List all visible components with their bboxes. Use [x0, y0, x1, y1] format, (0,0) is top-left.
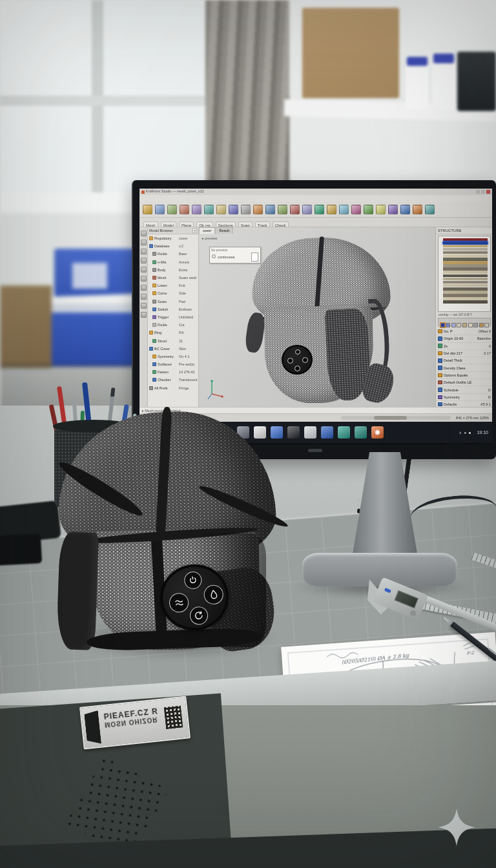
tool-icon[interactable]: [141, 285, 147, 291]
property-row[interactable]: No. P Offset 0: [436, 328, 492, 335]
color-swatch[interactable]: [457, 323, 461, 327]
taskbar-app-icon[interactable]: [304, 426, 316, 439]
toolbar-chip[interactable]: Qk ms: [196, 222, 212, 227]
toolbar-button[interactable]: [241, 205, 251, 214]
material-stripe[interactable]: [443, 297, 488, 300]
property-row[interactable]: Del dist 217 0.17: [436, 350, 492, 357]
toolbar-button[interactable]: [315, 205, 324, 214]
toolbar-button[interactable]: [278, 205, 287, 214]
tree-row[interactable]: Fasten 14 276.42: [148, 368, 198, 376]
material-stripe[interactable]: [443, 245, 488, 248]
material-stripe[interactable]: [443, 274, 488, 278]
material-stripe[interactable]: [443, 258, 488, 261]
tree-row[interactable]: Checker Translucent: [148, 376, 198, 384]
tree-row[interactable]: Seam Pad: [148, 298, 198, 305]
tree-row[interactable]: Symmetry On 4.1: [148, 353, 198, 360]
toolbar-button[interactable]: [290, 205, 300, 214]
toolbar-button[interactable]: [192, 205, 202, 214]
tree-row[interactable]: Mesh Seam weld: [148, 274, 198, 282]
cad-titlebar[interactable]: KnitForm Studio — mesh_cover_v12: [140, 189, 492, 195]
material-stripe[interactable]: [443, 261, 488, 264]
taskbar-app-icon[interactable]: [355, 426, 367, 439]
color-swatch[interactable]: [440, 323, 445, 327]
color-swatch[interactable]: [468, 323, 473, 327]
toolbar-button[interactable]: [216, 205, 226, 214]
tree-dropdown[interactable]: ▾: [192, 228, 197, 233]
tool-icon[interactable]: [141, 294, 147, 300]
toolbar-chip[interactable]: Snap: [238, 222, 253, 227]
material-stripe[interactable]: [443, 254, 488, 258]
tool-icon[interactable]: [141, 303, 147, 309]
property-row[interactable]: Options Equals: [436, 372, 492, 379]
taskbar-app-icon[interactable]: [321, 426, 333, 439]
toolbar-button[interactable]: [204, 205, 214, 214]
material-stripe[interactable]: [443, 300, 488, 304]
property-row[interactable]: Schedule D: [436, 386, 492, 393]
tree-row[interactable]: Fields Cut: [148, 321, 198, 329]
tray-icons[interactable]: ∧ ● ■: [459, 430, 471, 435]
toolbar-button[interactable]: [413, 205, 422, 214]
minimize-button[interactable]: [476, 190, 480, 194]
property-row[interactable]: Origin 10-60 Baseline: [436, 335, 492, 342]
toolbar-chip[interactable]: Sections: [216, 222, 236, 227]
material-stripe[interactable]: [443, 267, 488, 271]
tree-row[interactable]: Trigger Unfolded: [148, 313, 198, 321]
doc-tab-active[interactable]: cover: [199, 227, 215, 234]
viewport[interactable]: cover Result ▸ preview No preview contin…: [199, 227, 435, 407]
material-stripe[interactable]: [443, 242, 488, 245]
taskbar-app-icon[interactable]: [287, 426, 300, 439]
material-stripe[interactable]: [443, 251, 488, 254]
tree-row[interactable]: e-Mis Armek: [148, 258, 198, 266]
tree-row[interactable]: Ring Fill: [148, 329, 198, 336]
property-row[interactable]: Defaults A5 9.1: [436, 401, 492, 407]
tool-icon[interactable]: [141, 276, 147, 282]
material-stripe[interactable]: [443, 271, 488, 274]
close-button[interactable]: [486, 190, 490, 194]
toolbar-button[interactable]: [351, 205, 361, 214]
tree-row[interactable]: Regulatory cover: [148, 234, 198, 242]
tree-row[interactable]: Switch Emboss: [148, 305, 198, 313]
material-stripe[interactable]: [443, 284, 488, 287]
material-stripe[interactable]: [443, 238, 488, 242]
toolbar-chip[interactable]: Check: [273, 222, 289, 227]
toolbar-button[interactable]: [265, 205, 275, 214]
color-swatch[interactable]: [484, 323, 489, 327]
material-stripe[interactable]: [443, 281, 488, 284]
tool-icon[interactable]: [141, 258, 147, 264]
property-row[interactable]: Symmetry D: [436, 394, 492, 401]
taskbar-app-icon[interactable]: [338, 426, 350, 439]
color-swatch[interactable]: [473, 323, 478, 327]
material-stripe[interactable]: [443, 294, 488, 297]
taskbar-clock[interactable]: 19:10: [477, 430, 488, 435]
toolbar-button[interactable]: [400, 205, 410, 214]
toolbar-button[interactable]: [425, 205, 435, 214]
tree-row[interactable]: All Prefs Fringe: [148, 384, 198, 392]
toolbar-button[interactable]: [339, 205, 349, 214]
toolbar-button[interactable]: [167, 205, 177, 214]
tool-icon[interactable]: [141, 267, 147, 273]
toolbar-chip[interactable]: Mesh: [143, 222, 158, 227]
toolbar-button[interactable]: [143, 205, 152, 214]
material-stripe[interactable]: [443, 291, 488, 294]
tree-row[interactable]: BC Cover Skin: [148, 345, 198, 353]
tool-icon[interactable]: [141, 249, 147, 254]
color-swatch[interactable]: [451, 323, 456, 327]
toolbar-button[interactable]: [155, 205, 165, 214]
tree-row[interactable]: Surfaces Pre-set(s): [148, 360, 198, 368]
material-stripe[interactable]: [443, 287, 488, 291]
tree-row[interactable]: Database v.2: [148, 242, 198, 250]
toolbar-button[interactable]: [229, 205, 238, 214]
color-swatch[interactable]: [446, 323, 450, 327]
material-stripe[interactable]: [443, 264, 488, 267]
status-scrollbar[interactable]: [341, 416, 451, 420]
tree-row[interactable]: Struct 21: [148, 336, 198, 344]
toolbar-chip[interactable]: Model: [161, 222, 176, 227]
tree-row[interactable]: Body Extra: [148, 266, 198, 274]
maximize-button[interactable]: [481, 190, 485, 194]
taskbar-app-icon[interactable]: [371, 426, 384, 439]
toolbar-button[interactable]: [180, 205, 189, 214]
property-row[interactable]: Density Class: [436, 364, 492, 371]
color-swatch[interactable]: [462, 323, 467, 327]
tool-icon[interactable]: [141, 312, 147, 318]
property-row[interactable]: Default Outfits LE: [436, 379, 492, 386]
